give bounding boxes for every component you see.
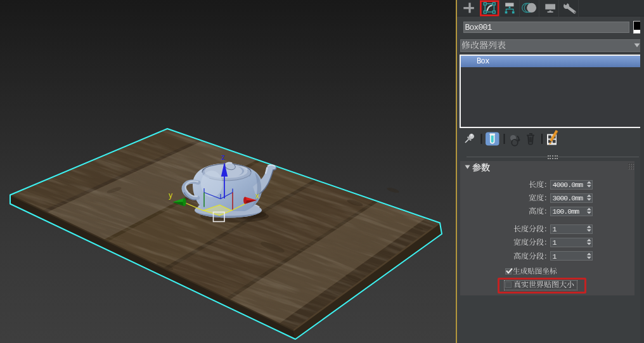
svg-text:y: y [169,191,172,200]
svg-text:z: z [221,153,225,162]
svg-text:x: x [255,191,259,200]
